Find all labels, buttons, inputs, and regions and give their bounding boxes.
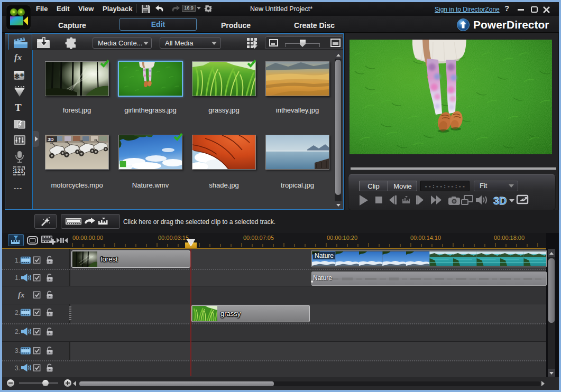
svg-text:fx: fx	[18, 291, 25, 299]
svg-text:3D: 3D	[493, 195, 507, 207]
svg-text:3.: 3.	[15, 347, 20, 354]
svg-text:2.: 2.	[15, 328, 20, 335]
svg-text:1.: 1.	[15, 274, 20, 282]
svg-text:3.: 3.	[15, 365, 20, 372]
svg-text:2.: 2.	[15, 309, 20, 316]
svg-text:1.: 1.	[15, 257, 20, 264]
